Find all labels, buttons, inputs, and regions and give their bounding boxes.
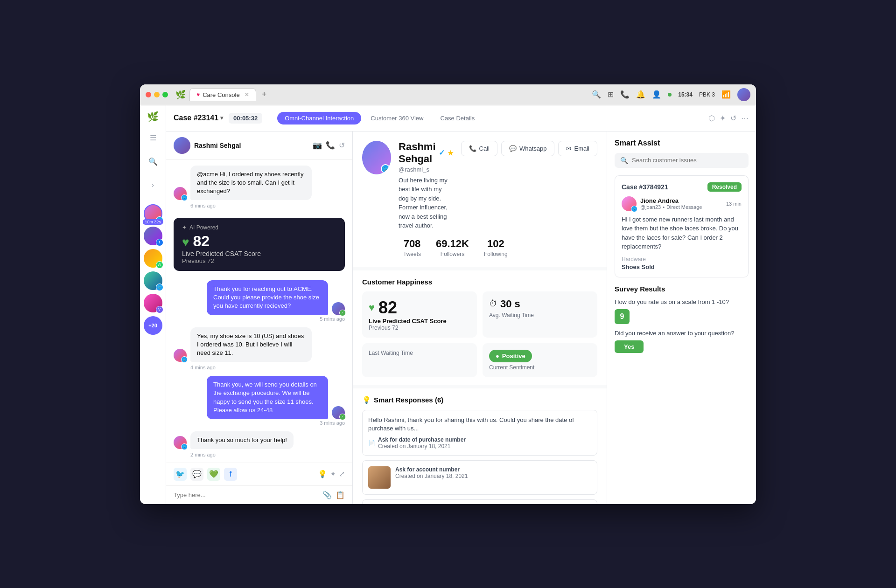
csat-live-label: Live Predicted CSAT Score [369,318,470,325]
msg-bubble-1: @acme Hi, I ordered my shoes recently an… [190,166,312,201]
more-actions-icon[interactable]: ⋯ [741,114,749,123]
case-tags: Hardware Shoes Sold [622,256,742,270]
outgoing-avatar-2: ✓ [332,406,345,419]
avatar-list: 🐦 10m 32s f W 🐦 V [144,204,162,335]
voice-call-button[interactable]: 📞 [326,141,335,150]
new-tab-button[interactable]: + [262,90,267,99]
input-area: 📎 📋 [166,485,352,504]
sidebar-chevron-icon[interactable]: › [148,177,158,193]
ai-sparkle-icon: ✦ [182,224,187,231]
browser-time: 15:34 [678,91,693,98]
browser-tab[interactable]: ♥ Care Console ✕ [189,88,256,101]
tab-omni[interactable]: Omni-Channel Interaction [277,112,361,125]
msg-bubble-5: Thank you so much for your help! [190,431,294,449]
msg-group-5: 🐦 Thank you so much for your help! 2 min… [174,431,345,457]
export-icon[interactable]: ⬡ [708,114,715,123]
outgoing-avatar-1: ✓ [332,302,345,315]
channel-bar: 🐦 💬 💚 f 💡 ✦ ⤢ [166,463,352,485]
bell-nav-icon[interactable]: 🔔 [636,90,645,99]
refresh-icon[interactable]: ↺ [730,114,736,123]
smart-assist-search[interactable]: 🔍 [615,153,749,168]
agent-status-badge-2: ✓ [339,414,346,420]
sparkle-icon[interactable]: ✦ [330,470,336,478]
msg-group-3: 🐦 Yes, my shoe size is 10 (US) and shoes… [174,327,345,371]
case-user-info: Jione Andrea @joan23 • Direct Message [640,197,722,210]
avatar-item-5[interactable]: V [144,294,162,312]
happiness-title: Customer Happiness [362,278,597,286]
email-icon: ✉ [566,145,571,152]
response-card-2[interactable]: Ask for account number Created on Januar… [362,460,597,495]
msg-bubble-4: Thank you, we will send you details on t… [207,376,328,419]
csat-card: ♥ 82 Live Predicted CSAT Score Previous … [362,291,477,338]
call-button[interactable]: 📞 Call [461,141,497,156]
stat-tweets: 708 Tweets [403,238,421,257]
twitter-badge-2: 🐦 [156,284,163,291]
sidebar-search-icon[interactable]: 🔍 [145,153,161,170]
profile-stats: 708 Tweets 69.12K Followers 102 Followin… [362,238,597,257]
customer-avatar: 🐦 [362,141,391,174]
channel-twitter-icon[interactable]: 🐦 [174,468,187,481]
profile-info: Rashmi Sehgal ✓ ★ @rashmi_s Out here liv… [399,141,453,230]
attachment-icon[interactable]: 📎 [322,491,332,499]
expand-icon[interactable]: ⤢ [339,470,345,478]
response-meta-date-1: Created on January 18, 2021 [378,443,466,450]
refresh-chat-button[interactable]: ↺ [339,141,345,150]
response-card-1[interactable]: Hello Rashmi, thank you for sharing this… [362,410,597,456]
avatar-item-4[interactable]: 🐦 [144,271,162,290]
case-number[interactable]: Case #23141 ▾ [174,114,223,122]
fb-badge: f [156,239,163,246]
channel-whatsapp-icon[interactable]: 💚 [207,468,220,481]
grid-nav-icon[interactable]: ⊞ [608,90,614,99]
search-nav-icon[interactable]: 🔍 [592,90,601,99]
csat-heart-icon: ♥ [369,302,375,314]
messages-area: 🐦 @acme Hi, I ordered my shoes recently … [166,160,352,463]
case-chevron-icon: ▾ [220,115,223,121]
notes-icon[interactable]: 📋 [336,491,345,499]
last-wait-card: Last Waiting Time [362,343,477,377]
ai-label: AI Powered [189,224,218,231]
survey-title: Survey Results [615,285,749,293]
avatar-item-active[interactable]: 🐦 10m 32s [144,204,162,223]
case-user-handle: @joan23 • Direct Message [640,204,722,210]
case-tag-label: Hardware [622,256,742,263]
customer-twitter-badge: 🐦 [381,164,390,173]
star-icon: ★ [448,149,454,157]
whatsapp-button[interactable]: 💬 Whatsapp [501,141,555,156]
channel-chat-icon[interactable]: 💬 [190,468,203,481]
user-plus-nav-icon[interactable]: 👤 [652,90,661,99]
avatar-item-2[interactable]: f [144,227,162,245]
magic-icon[interactable]: ✦ [720,114,726,123]
customer-handle: @rashmi_s [399,166,453,173]
video-call-button[interactable]: 📷 [313,141,322,150]
smart-responses-section: 💡 Smart Responses (6) Hello Rashmi, than… [353,388,607,504]
resolved-badge: Resolved [707,182,742,192]
phone-nav-icon[interactable]: 📞 [620,90,630,99]
msg-group-4: Thank you, we will send you details on t… [174,376,345,426]
tab-label: Care Console [203,91,240,98]
msg-time-2: 5 mins ago [320,316,345,322]
happiness-grid: ♥ 82 Live Predicted CSAT Score Previous … [362,291,597,377]
ai-tooltip: ✦ AI Powered ♥ 82 Live Predicted CSAT Sc… [174,218,345,271]
tab-close-button[interactable]: ✕ [245,91,249,98]
user-avatar[interactable] [737,88,750,101]
happiness-section: Customer Happiness ♥ 82 Live Predicted C… [353,270,607,385]
more-avatars-badge[interactable]: +20 [144,316,162,335]
channel-fb-icon[interactable]: f [224,468,237,481]
chat-agent-avatar [174,137,190,154]
last-wait-label: Last Waiting Time [369,350,470,356]
ai-live-label: Live Predicted CSAT Score [182,250,336,257]
response-card-3[interactable]: Hello Rashmi, could you send me you acco… [362,499,597,504]
lightbulb-icon[interactable]: 💡 [318,470,327,478]
menu-icon[interactable]: ☰ [146,130,160,146]
tab-c360[interactable]: Customer 360 View [363,112,431,125]
msg-bubble-2: Thank you for reaching out to ACME. Coul… [207,280,328,315]
csat-score-value: 82 [378,298,397,318]
smart-assist-search-input[interactable] [632,157,743,164]
ai-tooltip-header: ✦ AI Powered [182,224,336,231]
email-button[interactable]: ✉ Email [558,141,597,156]
message-input[interactable] [174,491,319,498]
following-label: Following [484,251,508,257]
whatsapp-badge: W [156,261,163,269]
tab-details[interactable]: Case Details [433,112,483,125]
avatar-item-3[interactable]: W [144,249,162,268]
